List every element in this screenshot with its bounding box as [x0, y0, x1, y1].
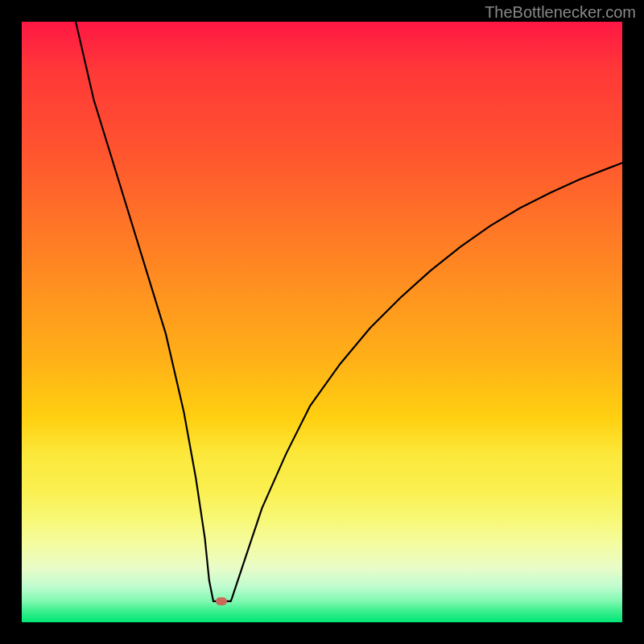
optimal-point-marker	[216, 597, 227, 605]
watermark-text: TheBottlenecker.com	[485, 3, 636, 22]
chart-curve	[22, 22, 622, 622]
